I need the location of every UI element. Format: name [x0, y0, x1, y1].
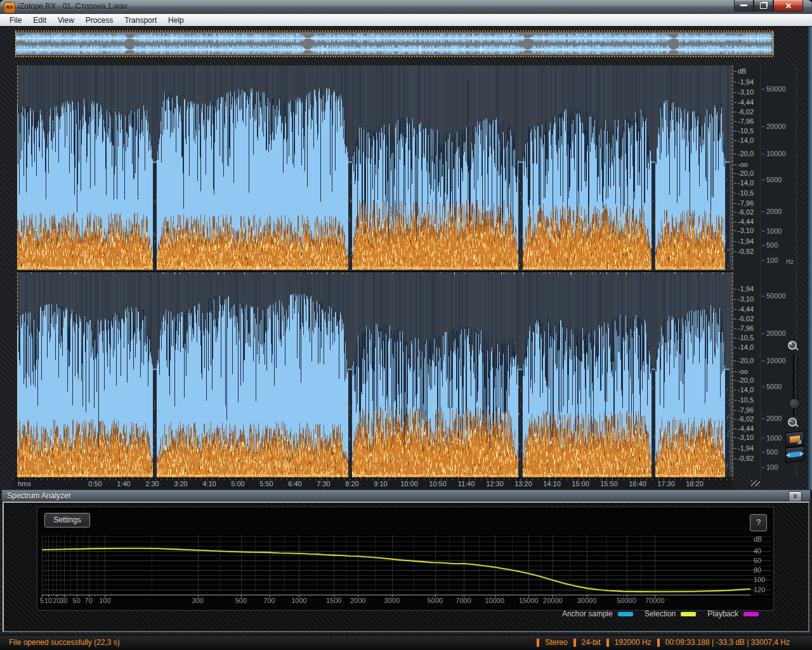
- amp-scale-label: -14,0: [738, 343, 754, 351]
- ruler-label: 8:20: [345, 480, 358, 488]
- freq-scale-label: 10000: [766, 357, 786, 364]
- zoom-out-button[interactable]: −: [787, 416, 799, 429]
- window-controls: [734, 0, 803, 11]
- ruler-label: 5:00: [231, 480, 244, 488]
- spectrogram-view-button[interactable]: [785, 430, 804, 448]
- freq-scale-label: 50000: [766, 292, 786, 300]
- ruler-label: 10:50: [429, 480, 447, 488]
- close-icon: [785, 2, 792, 10]
- fit-selection-icon: [790, 451, 800, 458]
- amp-scale-label: -oo: [738, 368, 748, 375]
- spectrum-panel-titlebar[interactable]: Spectrum Analyzer x: [1, 489, 811, 501]
- amp-scale-label: -7,96: [738, 199, 754, 207]
- spectrum-panel-close-button[interactable]: x: [789, 491, 802, 501]
- legend-swatch: [743, 612, 759, 616]
- amp-scale-label: -6,02: [738, 415, 754, 423]
- close-button[interactable]: [773, 0, 803, 11]
- amp-scale-label: -7,96: [738, 324, 754, 332]
- amp-scale-label: -6,02: [738, 208, 754, 216]
- status-separator: [537, 639, 539, 647]
- amp-scale-label: -20,0: [738, 376, 754, 384]
- amp-scale-label: -10,5: [738, 334, 754, 342]
- spectrum-ytick-label: 80: [754, 566, 761, 574]
- spectrum-panel-title: Spectrum Analyzer: [7, 491, 71, 500]
- freq-scale-label: 20000: [766, 123, 786, 130]
- zoom-in-button[interactable]: +: [787, 340, 799, 352]
- ruler-label: 3:20: [174, 480, 187, 488]
- status-file-info: Stereo24-bit192000 Hz00:09:33.188 | -33,…: [531, 638, 790, 647]
- restore-button[interactable]: [754, 0, 773, 11]
- amp-scale-label: -10,5: [738, 396, 754, 404]
- legend-item: Selection: [645, 609, 698, 618]
- vertical-scales: dB-1,94-3,10-4,44-6,02-7,96-10,5-14,0-20…: [733, 65, 797, 477]
- resize-grip[interactable]: [751, 481, 760, 486]
- spectrum-ytick-label: 120: [754, 586, 765, 594]
- minimize-button[interactable]: [734, 0, 754, 11]
- amp-scale-label: -1,94: [738, 444, 754, 452]
- zoom-slider-knob[interactable]: [789, 398, 801, 409]
- spectrum-xtick-label: 1500: [326, 597, 341, 604]
- amp-scale-label: -6,02: [738, 315, 754, 322]
- freq-scale-label: 1000: [766, 434, 782, 442]
- menu-bar: FileEditViewProcessTransportHelp: [0, 14, 812, 27]
- status-separator: [606, 639, 609, 647]
- amp-scale-label: -20,0: [738, 150, 754, 157]
- minimize-icon: [740, 4, 747, 6]
- time-ruler[interactable]: hms 0:501:402:303:204:105:005:506:407:30…: [13, 477, 733, 489]
- spectrum-xtick-label: 1000: [291, 597, 306, 604]
- legend-label: Anchor sample: [562, 609, 613, 618]
- spectrogram-view-icon: [790, 435, 800, 443]
- ruler-label: 1:40: [117, 480, 130, 488]
- app-icon: RX: [4, 2, 15, 13]
- ruler-label: 14:10: [543, 480, 561, 488]
- legend-item: Playback: [707, 609, 761, 618]
- title-bar[interactable]: RX iZotope RX - 01. Сторона 1.wav: [0, 0, 812, 15]
- window-right-border: [808, 27, 812, 490]
- menu-item-help[interactable]: Help: [162, 15, 190, 26]
- freq-scale-label: 500: [766, 448, 778, 456]
- ruler-label: 16:40: [629, 480, 646, 488]
- amp-scale-label: -10,5: [738, 189, 754, 197]
- spectrum-xtick-label: 20000: [543, 597, 563, 604]
- amp-scale-label: -1,94: [738, 78, 754, 86]
- amp-scale-label: -1,94: [738, 237, 754, 245]
- waveform-spectrogram-display[interactable]: [17, 65, 733, 477]
- menu-item-process[interactable]: Process: [80, 15, 119, 26]
- spectrum-help-button[interactable]: ?: [750, 514, 767, 531]
- ruler-label: 12:30: [486, 480, 504, 488]
- spectrum-settings-button[interactable]: Settings: [44, 513, 90, 527]
- ruler-label: 17:30: [657, 480, 675, 488]
- amp-scale-label: -0,92: [738, 454, 754, 462]
- status-message: File opened successfully (22,3 s): [9, 638, 120, 647]
- menu-item-edit[interactable]: Edit: [27, 15, 52, 26]
- menu-item-view[interactable]: View: [52, 15, 80, 26]
- amp-scale-label: -4,44: [738, 425, 754, 432]
- ruler-label: 15:50: [600, 480, 618, 488]
- amp-scale-label: -4,44: [738, 98, 754, 106]
- freq-scale-label: 50000: [766, 85, 786, 93]
- ruler-label: 15:00: [572, 480, 589, 488]
- status-segment: 192000 Hz: [615, 638, 652, 647]
- app-window: RX iZotope RX - 01. Сторона 1.wav FileEd…: [0, 0, 812, 650]
- menu-item-file[interactable]: File: [4, 15, 27, 26]
- spectrum-xtick-label: 3000: [384, 597, 400, 604]
- amp-scale-label: -10,5: [738, 127, 754, 135]
- spectrum-xtick-label: 700: [263, 597, 275, 604]
- spectrum-xtick-label: 30: [60, 597, 68, 604]
- menu-item-transport[interactable]: Transport: [119, 15, 162, 26]
- spectrum-xtick-label: 70: [85, 597, 93, 604]
- ruler-label: 0:50: [88, 480, 102, 488]
- amp-scale-label: -0,92: [738, 248, 754, 255]
- spectrum-ytick-label: 100: [754, 576, 765, 583]
- spectrum-xtick-label: 300: [192, 597, 204, 604]
- spectrum-xtick-label: 500: [235, 597, 247, 604]
- spectrum-xtick-label: 10: [44, 597, 52, 604]
- spectrum-xtick-label: 2000: [350, 597, 365, 604]
- fit-selection-button[interactable]: [785, 446, 804, 463]
- spectrum-xtick-label: 15000: [519, 597, 539, 604]
- freq-scale-label: 5000: [766, 383, 782, 390]
- freq-scale-label: 100: [766, 463, 778, 471]
- amp-scale-label: -14,0: [738, 136, 754, 144]
- ruler-label: 2:30: [145, 480, 159, 488]
- overview-waveform-strip[interactable]: [14, 30, 778, 58]
